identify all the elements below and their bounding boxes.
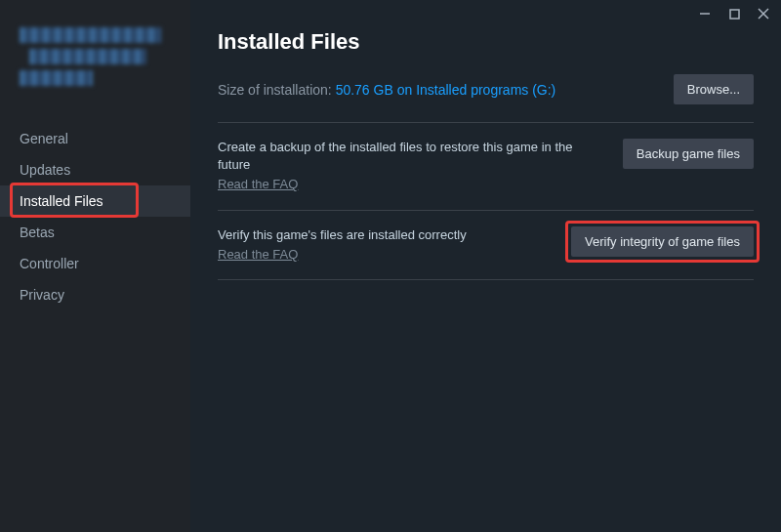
size-text: Size of installation: 50.76 GB on Instal… (218, 82, 555, 98)
verify-faq-link[interactable]: Read the FAQ (218, 246, 298, 264)
size-prefix: Size of installation: (218, 82, 336, 98)
redacted-line (29, 49, 146, 64)
backup-faq-link[interactable]: Read the FAQ (218, 176, 298, 193)
sidebar-item-privacy[interactable]: Privacy (0, 279, 190, 310)
close-icon[interactable] (756, 6, 771, 21)
backup-button[interactable]: Backup game files (623, 139, 754, 169)
backup-description: Create a backup of the installed files t… (218, 139, 603, 174)
sidebar-nav: General Updates Installed Files Betas Co… (0, 111, 190, 310)
svg-rect-1 (730, 10, 739, 19)
minimize-icon[interactable] (697, 6, 713, 21)
verify-row: Verify this game's files are installed c… (218, 211, 754, 280)
page-title: Installed Files (218, 29, 754, 55)
redacted-line (20, 70, 93, 86)
sidebar-item-updates[interactable]: Updates (0, 154, 190, 185)
sidebar-game-header (0, 27, 190, 111)
verify-description: Verify this game's files are installed c… (218, 226, 552, 244)
sidebar-item-controller[interactable]: Controller (0, 248, 190, 279)
main-panel: Installed Files Size of installation: 50… (190, 0, 781, 532)
sidebar-item-installed-files[interactable]: Installed Files (0, 185, 190, 217)
browse-button[interactable]: Browse... (674, 74, 754, 104)
sidebar-item-betas[interactable]: Betas (0, 217, 190, 248)
verify-desc-block: Verify this game's files are installed c… (218, 226, 552, 264)
size-row: Size of installation: 50.76 GB on Instal… (218, 74, 754, 123)
sidebar-item-general[interactable]: General (0, 123, 190, 154)
backup-desc-block: Create a backup of the installed files t… (218, 139, 603, 194)
backup-row: Create a backup of the installed files t… (218, 123, 754, 211)
maximize-icon[interactable] (726, 6, 742, 21)
redacted-line (20, 27, 161, 43)
size-location-link[interactable]: 50.76 GB on Installed programs (G:) (336, 82, 556, 98)
window-controls (697, 6, 771, 21)
verify-integrity-button[interactable]: Verify integrity of game files (571, 226, 754, 257)
sidebar: General Updates Installed Files Betas Co… (0, 0, 190, 532)
